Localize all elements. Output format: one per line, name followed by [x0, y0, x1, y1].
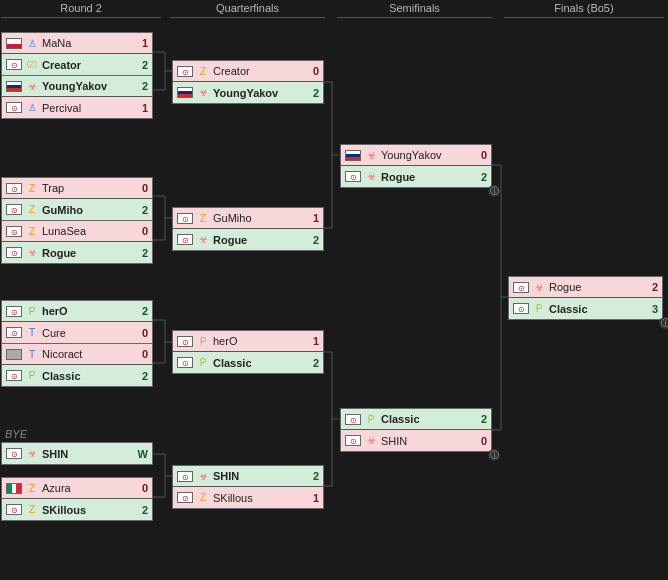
flag-kr	[6, 448, 22, 459]
sf-m1-bot: ☣ Rogue 2	[341, 166, 491, 187]
r2-match-3: Z Trap 0 Z GuMiho 2	[1, 177, 153, 221]
player-name: Percival	[42, 102, 131, 114]
race-p-icon: P	[532, 302, 546, 316]
player-name: SHIN	[42, 448, 131, 460]
player-name: Rogue	[42, 247, 131, 259]
score: 2	[305, 87, 319, 99]
player-name: MaNa	[42, 37, 131, 49]
r2-m3-top: Z Trap 0	[2, 178, 152, 199]
race-z-icon: Z	[25, 224, 39, 238]
score: 0	[134, 182, 148, 194]
player-name: Classic	[549, 303, 641, 315]
r2-m8-bot: Z SKillous 2	[2, 499, 152, 520]
r2-match-5: P herO 2 T Cure 0	[1, 300, 153, 344]
sf-match-2: P Classic 2 ☣ SHIN 0	[340, 408, 492, 452]
player-name: GuMiho	[213, 212, 302, 224]
score: 2	[473, 171, 487, 183]
qf-m4-top: ☣ SHIN 2	[173, 466, 323, 487]
sf-match-1: ☣ YoungYakov 0 ☣ Rogue 2	[340, 144, 492, 188]
score: 0	[134, 348, 148, 360]
r2-m4-top: Z LunaSea 0	[2, 221, 152, 242]
race-z-icon: Z	[196, 491, 210, 505]
qf-m3-top: P herO 1	[173, 331, 323, 352]
fi-info[interactable]: ⓘ	[659, 317, 668, 329]
bracket-container: Round 2 Quarterfinals Semifinals Finals …	[0, 0, 668, 580]
r2-match-2: ☣ YoungYakov 2 ♙ Percival 1	[1, 75, 153, 119]
r2-m2-bot: ♙ Percival 1	[2, 97, 152, 118]
race-z-icon: Z	[25, 503, 39, 517]
player-name: Cure	[42, 327, 131, 339]
race-z-icon: Z	[25, 181, 39, 195]
flag-it	[6, 483, 22, 494]
flag-kr	[6, 306, 22, 317]
score: 2	[305, 470, 319, 482]
score: 1	[134, 37, 148, 49]
score: 1	[305, 212, 319, 224]
flag-kr	[6, 327, 22, 338]
qf-m4-bot: Z SKillous 1	[173, 487, 323, 508]
player-name: Trap	[42, 182, 131, 194]
r2-m1-bot: 🄩 Creator 2	[2, 54, 152, 75]
qf-m3-bot: P Classic 2	[173, 352, 323, 373]
score: 2	[134, 305, 148, 317]
r2-match-8: Z Azura 0 Z SKillous 2	[1, 477, 153, 521]
flag-kr	[177, 492, 193, 503]
score: 1	[305, 335, 319, 347]
score: 2	[134, 370, 148, 382]
race-z-icon: Z	[196, 211, 210, 225]
score: 2	[134, 504, 148, 516]
r2-m5-top: P herO 2	[2, 301, 152, 322]
race-z-icon: Z	[25, 481, 39, 495]
flag-kr	[177, 357, 193, 368]
qf-m1-bot: ☣ YoungYakov 2	[173, 82, 323, 103]
score: 2	[134, 204, 148, 216]
race-p-icon: P	[25, 369, 39, 383]
player-name: Rogue	[549, 281, 641, 293]
race-p-icon: P	[25, 304, 39, 318]
r2-m8-top: Z Azura 0	[2, 478, 152, 499]
flag-kr	[6, 226, 22, 237]
player-name: YoungYakov	[42, 80, 131, 92]
score: 3	[644, 303, 658, 315]
race-s-icon: ☣	[196, 233, 210, 247]
sf-m2-top: P Classic 2	[341, 409, 491, 430]
score: 2	[473, 413, 487, 425]
race-t-icon: ♙	[25, 101, 39, 115]
race-p-icon: P	[364, 412, 378, 426]
flag-kr	[513, 282, 529, 293]
flag-kr	[6, 204, 22, 215]
r2-m6-bot: P Classic 2	[2, 365, 152, 386]
r2-match-1: ♙ MaNa 1 🄩 Creator 2	[1, 32, 153, 76]
race-z-icon: Z	[196, 64, 210, 78]
r2-m2-top: ☣ YoungYakov 2	[2, 76, 152, 97]
player-name: Azura	[42, 482, 131, 494]
qf-m2-top: Z GuMiho 1	[173, 208, 323, 229]
score: 0	[473, 149, 487, 161]
race-z-icon: Z	[25, 203, 39, 217]
r2-match-4: Z LunaSea 0 ☣ Rogue 2	[1, 220, 153, 264]
r2-m4-bot: ☣ Rogue 2	[2, 242, 152, 263]
r2-m6-top: T Nicoract 0	[2, 344, 152, 365]
sf-m2-bot: ☣ SHIN 0	[341, 430, 491, 451]
race-z-icon: 🄩	[25, 58, 39, 72]
score: 0	[134, 225, 148, 237]
flag-kr	[6, 183, 22, 194]
flag-ru	[177, 87, 193, 98]
r2-shin: ☣ SHIN W	[2, 443, 152, 464]
sf-m1-info[interactable]: ⓘ	[488, 185, 500, 197]
sf-m2-info[interactable]: ⓘ	[488, 449, 500, 461]
sf-m1-top: ☣ YoungYakov 0	[341, 145, 491, 166]
col-qf-title: Quarterfinals	[170, 2, 325, 18]
score: W	[134, 448, 148, 460]
fi-bot: P Classic 3	[509, 298, 662, 319]
player-name: Creator	[42, 59, 131, 71]
score: 0	[473, 435, 487, 447]
race-s-icon: ☣	[25, 79, 39, 93]
flag-kr	[177, 336, 193, 347]
race-t-icon: T	[25, 326, 39, 340]
score: 2	[305, 357, 319, 369]
flag-kr	[345, 435, 361, 446]
player-name: Classic	[213, 357, 302, 369]
player-name: YoungYakov	[381, 149, 470, 161]
flag-pl	[6, 38, 22, 49]
